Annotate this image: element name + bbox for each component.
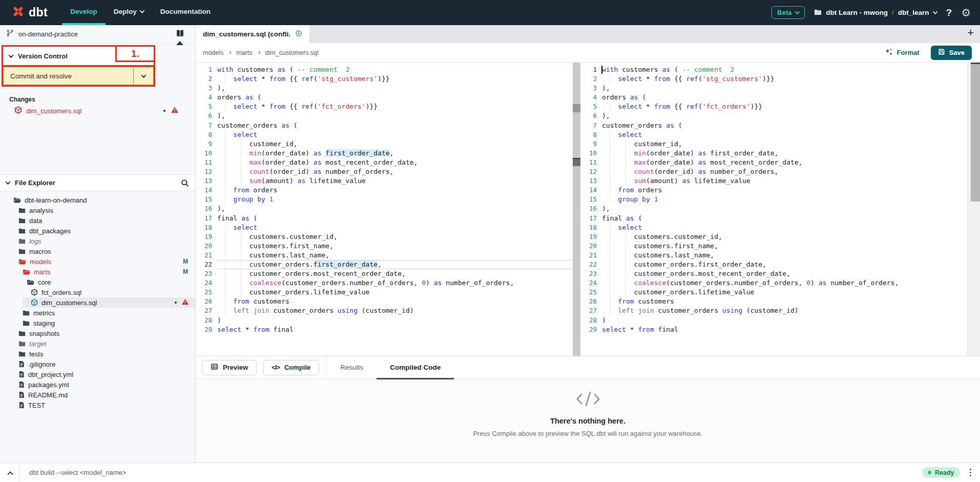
tab-results[interactable]: Results [327,356,377,379]
git-branch-row[interactable]: on-demand-practice [0,25,195,44]
tree-item-test[interactable]: TEST [0,400,195,410]
code-line-10[interactable]: 10 min(order_date) as first_order_date, [196,149,573,158]
code-line-3[interactable]: 3), [580,84,967,93]
new-tab-button[interactable]: + [967,26,974,39]
code-line-20[interactable]: 20 customers.first_name, [580,242,967,251]
code-line-21[interactable]: 21 customers.last_name, [196,251,573,260]
tree-item-snapshots[interactable]: snapshots [0,328,195,338]
ready-status-badge[interactable]: Ready [922,467,960,478]
code-line-3[interactable]: 3), [196,84,573,93]
tree-item-readme-md[interactable]: README.md [0,390,195,400]
settings-gear-icon[interactable]: ⚙ [961,7,971,19]
tree-item-staging[interactable]: staging [0,318,195,328]
code-line-18[interactable]: 18 select [196,223,573,232]
kebab-menu-icon[interactable] [968,467,973,478]
breadcrumb-marts[interactable]: marts [236,49,252,56]
code-line-7[interactable]: 7customer_orders as ( [196,121,573,130]
nav-deploy[interactable]: Deploy [106,0,152,25]
code-line-22[interactable]: 22 customer_orders.first_order_date, [196,260,573,269]
tree-item-dbt-project-yml[interactable]: dbt_project.yml [0,369,195,379]
code-line-29[interactable]: 29select * from final [196,325,573,334]
code-line-2[interactable]: 2 select * from {{ ref('stg_customers')}… [196,74,573,84]
code-line-11[interactable]: 11 max(order_date) as most_recent_order_… [196,158,573,167]
editor-pane-left[interactable]: 1with customers as ( -- comment 22 selec… [196,63,573,356]
code-line-6[interactable]: 6), [580,111,967,120]
tree-item-dbt-packages[interactable]: dbt_packages [0,226,195,236]
code-line-10[interactable]: 10 min(order_date) as first_order_date, [580,149,967,158]
code-line-14[interactable]: 14 from orders [196,186,573,195]
tab-dim-customers[interactable]: dim_customers.sql (confli... [196,25,309,43]
code-line-29[interactable]: 29select * from final [580,325,967,334]
code-line-27[interactable]: 27 left join customer_orders using (cust… [196,306,573,315]
tree-item-dim-customers-sql[interactable]: dim_customers.sql [0,297,195,308]
scrollbar-thumb[interactable] [971,64,980,202]
beta-dropdown[interactable]: Beta [772,6,805,19]
code-line-18[interactable]: 18 select [580,223,967,232]
code-line-19[interactable]: 19 customers.customer_id, [580,232,967,242]
code-line-23[interactable]: 23 customer_orders.most_recent_order_dat… [196,269,573,278]
code-line-16[interactable]: 16), [196,204,573,213]
code-line-21[interactable]: 21 customers.last_name, [580,251,967,260]
code-line-17[interactable]: 17final as ( [580,214,967,223]
code-line-16[interactable]: 16), [580,204,967,213]
tree-item-metrics[interactable]: metrics [0,308,195,318]
code-line-28[interactable]: 28) [580,316,967,325]
tree-item-data[interactable]: data [0,215,195,226]
left-editor-scrollbar[interactable] [573,63,580,356]
code-line-15[interactable]: 15 group by 1 [196,195,573,204]
code-line-8[interactable]: 8 select [196,130,573,139]
command-input[interactable]: dbt build --select <model_name> [29,469,126,476]
tree-item-logs[interactable]: logs [0,236,195,246]
nav-develop[interactable]: Develop [62,0,106,25]
code-line-2[interactable]: 2 select * from {{ ref('stg_customers')}… [580,74,967,84]
code-line-23[interactable]: 23 customer_orders.most_recent_order_dat… [580,269,967,278]
commit-and-resolve-button[interactable]: Commit and resolve [3,65,154,85]
tree-item-marts[interactable]: martsM [0,267,195,277]
code-line-12[interactable]: 12 count(order_id) as number_of_orders, [580,167,967,176]
tree-item-target[interactable]: target [0,338,195,349]
code-line-24[interactable]: 24 coalesce(customer_orders.number_of_or… [196,278,573,288]
code-line-4[interactable]: 4orders as ( [580,93,967,102]
commit-dropdown-toggle[interactable] [133,67,154,85]
dbt-logo[interactable]: dbt [0,0,62,25]
code-line-25[interactable]: 25 customer_orders.lifetime_value [580,288,967,297]
code-line-9[interactable]: 9 customer_id, [196,139,573,149]
code-line-7[interactable]: 7customer_orders as ( [580,121,967,130]
code-line-27[interactable]: 27 left join customer_orders using (cust… [580,306,967,315]
right-editor-scrollbar[interactable] [967,63,980,356]
tree-item-dbt-learn-on-demand[interactable]: dbt-learn-on-demand [0,195,195,205]
code-line-24[interactable]: 24 coalesce(customer_orders.number_of_or… [580,278,967,288]
tree-item-tests[interactable]: tests [0,349,195,359]
tree-item-macros[interactable]: macros [0,246,195,256]
code-line-15[interactable]: 15 group by 1 [580,195,967,204]
code-line-12[interactable]: 12 count(order_id) as number_of_orders, [196,167,573,176]
code-line-6[interactable]: 6), [196,111,573,120]
code-line-17[interactable]: 17final as ( [196,214,573,223]
preview-button[interactable]: Preview [202,360,257,375]
code-line-1[interactable]: 1with customers as ( -- comment 2 [196,65,573,74]
docs-book-icon[interactable] [175,29,185,40]
code-line-1[interactable]: 1with customers as ( -- comment 2 [580,65,967,74]
changed-file-row[interactable]: dim_customers.sql [0,105,195,117]
file-explorer-header[interactable]: File Explorer [0,174,195,191]
help-button[interactable]: ? [946,7,952,18]
tree-item-analysis[interactable]: analysis [0,205,195,215]
breadcrumb-models[interactable]: models [203,49,223,56]
compile-button[interactable]: </> Compile [263,360,319,375]
code-line-13[interactable]: 13 sum(amount) as lifetime_value [196,176,573,186]
code-line-20[interactable]: 20 customers.first_name, [196,242,573,251]
nav-documentation[interactable]: Documentation [152,0,219,25]
code-line-26[interactable]: 26 from customers [196,297,573,306]
tree-item-packages-yml[interactable]: packages.yml [0,379,195,390]
format-button[interactable]: Format [885,48,920,57]
code-line-14[interactable]: 14 from orders [580,186,967,195]
code-line-8[interactable]: 8 select [580,130,967,139]
search-icon[interactable] [181,179,189,187]
expand-command-bar-button[interactable] [8,471,12,475]
code-line-5[interactable]: 5 select * from {{ ref('fct_orders')}} [580,102,967,111]
code-line-26[interactable]: 26 from customers [580,297,967,306]
code-line-13[interactable]: 13 sum(amount) as lifetime_value [580,176,967,186]
breadcrumb-file[interactable]: dim_customers.sql [265,49,319,56]
code-line-22[interactable]: 22 customer_orders.first_order_date, [580,260,967,269]
account-project-switcher[interactable]: dbt Learn - mwong / dbt_learn [814,9,936,17]
